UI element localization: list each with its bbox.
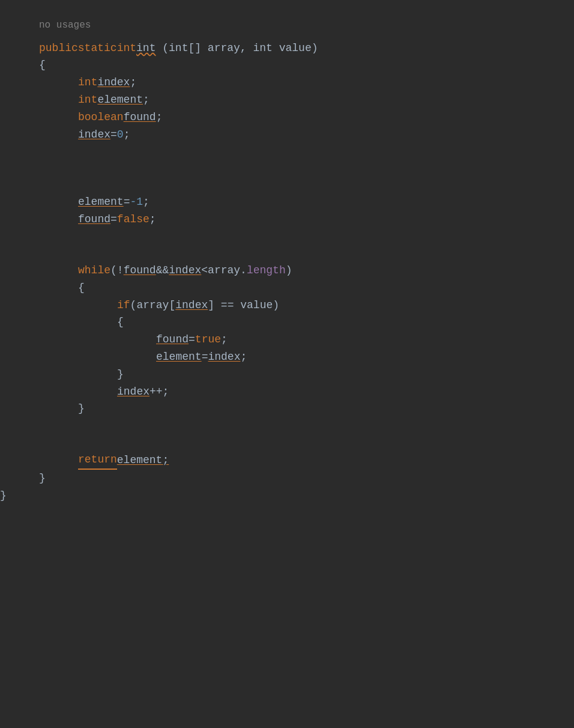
prop-length: length	[247, 262, 286, 279]
var-index-if: index	[175, 297, 208, 314]
equals2: =	[124, 193, 130, 211]
semicolon2: ;	[143, 91, 150, 109]
line-index-increment: index++;	[0, 383, 574, 401]
lt: <	[201, 262, 208, 279]
line-int-element: int element;	[0, 91, 574, 109]
number-neg1: -1	[130, 193, 143, 211]
keyword-while: while	[78, 262, 110, 279]
equals4: =	[189, 331, 195, 348]
empty-line-7	[0, 434, 574, 451]
keyword-if: if	[117, 297, 130, 314]
if-open-brace: {	[0, 314, 574, 331]
and-and: &&	[156, 262, 169, 279]
brace-while-close: }	[78, 400, 85, 417]
var-index-assign: index	[78, 126, 110, 144]
brace-file-close: }	[0, 487, 7, 505]
number-zero: 0	[117, 126, 124, 144]
outer-close-brace: }	[0, 470, 574, 487]
empty-line-1	[0, 143, 574, 160]
semicolon3: ;	[156, 109, 163, 126]
while-close-brace: }	[0, 400, 574, 417]
keyword-static: static	[78, 40, 117, 57]
file-close-brace: }	[0, 487, 574, 505]
empty-line-2	[0, 160, 574, 177]
line-index-assign-zero: index = 0;	[0, 126, 574, 144]
line-found-true: found = true;	[0, 331, 574, 348]
outer-open-brace: {	[0, 56, 574, 74]
keyword-int-index: int	[78, 74, 97, 91]
method-name: int	[136, 40, 156, 57]
var-index-while: index	[169, 262, 201, 279]
if-paren: (array[	[130, 297, 176, 314]
keyword-int-return: int	[117, 40, 136, 57]
var-found-true: found	[156, 331, 189, 348]
var-index-element: index	[208, 348, 240, 366]
semicolon4: ;	[124, 126, 130, 144]
var-element: element	[97, 91, 143, 109]
semicolon5: ;	[143, 193, 150, 211]
brace-outer-close: }	[39, 470, 46, 487]
no-usages-label: no usages	[0, 12, 574, 40]
line-if: if (array[index] == value)	[0, 297, 574, 314]
if-paren2: ] == value)	[208, 297, 279, 314]
semicolon-return: ;	[162, 452, 169, 469]
empty-line-3	[0, 177, 574, 193]
var-index: index	[97, 74, 130, 91]
var-found-assign: found	[78, 211, 110, 228]
equals3: =	[110, 211, 117, 228]
line-element-index: element = index;	[0, 348, 574, 366]
paren-close: )	[286, 262, 292, 279]
while-open-brace: {	[0, 279, 574, 297]
var-index-inc: index	[117, 383, 150, 401]
var-found: found	[124, 109, 156, 126]
value-true: true	[195, 331, 221, 348]
brace-outer-open: {	[39, 56, 46, 74]
var-found-while: found	[124, 262, 156, 279]
keyword-public: public	[39, 40, 78, 57]
method-signature: public static int int (int[] array, int …	[0, 40, 574, 57]
empty-line-6	[0, 417, 574, 434]
semicolon8: ;	[240, 348, 247, 366]
params: (int[] array, int value)	[156, 40, 318, 57]
paren-open: (!	[110, 262, 124, 279]
brace-while-open: {	[78, 279, 85, 297]
keyword-return: return	[78, 451, 117, 470]
equals: =	[110, 126, 117, 144]
line-found-assign-false: found = false;	[0, 211, 574, 228]
var-element-index: element	[156, 348, 202, 366]
code-editor: no usages public static int int (int[] a…	[0, 0, 574, 517]
var-element-assign: element	[78, 193, 124, 211]
semicolon: ;	[130, 74, 136, 91]
brace-if-close: }	[117, 366, 124, 383]
increment: ++;	[150, 383, 169, 401]
keyword-boolean: boolean	[78, 109, 124, 126]
brace-if-open: {	[117, 314, 124, 331]
line-while: while (!found && index < array.length)	[0, 262, 574, 279]
line-element-assign-neg1: element = -1;	[0, 193, 574, 211]
semicolon6: ;	[150, 211, 156, 228]
return-value: element	[117, 452, 163, 469]
line-int-index: int index;	[0, 74, 574, 91]
empty-line-5	[0, 245, 574, 262]
value-false: false	[117, 211, 150, 228]
empty-line-4	[0, 228, 574, 245]
line-boolean-found: boolean found;	[0, 109, 574, 126]
array-length: array.	[208, 262, 247, 279]
line-return: return element;	[0, 451, 574, 470]
semicolon7: ;	[221, 331, 228, 348]
if-close-brace: }	[0, 366, 574, 383]
keyword-int-element: int	[78, 91, 97, 109]
equals5: =	[202, 348, 208, 366]
